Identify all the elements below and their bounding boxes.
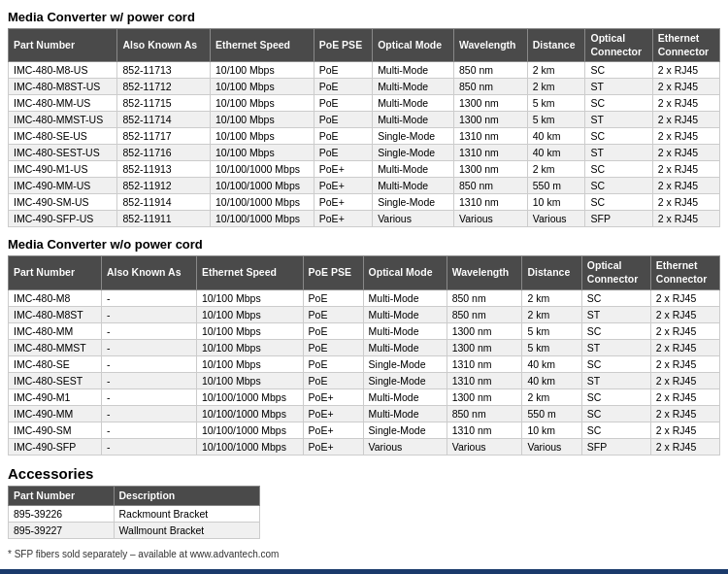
table-cell: 2 x RJ45: [650, 306, 719, 322]
footer-bar: Online Download www.advantech.com/produc…: [0, 569, 728, 574]
table-cell: -: [101, 372, 196, 388]
table-row: IMC-490-MM-10/100/1000 MbpsPoE+Multi-Mod…: [9, 405, 720, 422]
table-cell: 2 x RJ45: [652, 178, 719, 194]
table-cell: IMC-490-SFP: [9, 438, 102, 455]
footnote: * SFP fibers sold separately – available…: [8, 549, 720, 559]
table-cell: 852-11914: [117, 194, 211, 211]
table-cell: SFP: [585, 211, 652, 227]
table-cell: 2 x RJ45: [652, 79, 719, 95]
table-cell: 1310 nm: [453, 194, 527, 211]
table-body-with-power-cord: IMC-480-M8-US852-1171310/100 MbpsPoEMult…: [9, 62, 720, 227]
table-cell: PoE+: [314, 178, 372, 194]
table-cell: 2 x RJ45: [650, 405, 719, 422]
table-cell: 10/100 Mbps: [196, 289, 303, 306]
table-cell: 10/100 Mbps: [210, 112, 314, 128]
table-cell: 1310 nm: [447, 422, 522, 438]
table-cell: IMC-490-M1: [9, 388, 102, 405]
table-cell: 2 km: [522, 306, 581, 322]
table-cell: SC: [585, 128, 652, 145]
table-cell: Multi-Mode: [363, 405, 447, 422]
table-cell: Multi-Mode: [363, 289, 447, 306]
table-cell: PoE+: [303, 422, 363, 438]
table-cell: PoE: [314, 112, 372, 128]
table-cell: 550 m: [527, 178, 585, 194]
table-cell: 10/100 Mbps: [196, 339, 303, 355]
acc-col-description: Description: [114, 486, 259, 506]
table-cell: SC: [585, 178, 652, 194]
table-cell: 2 x RJ45: [650, 355, 719, 372]
table-cell: 2 x RJ45: [650, 289, 719, 306]
table-cell: 2 km: [527, 62, 585, 79]
table-cell: 852-11713: [117, 62, 211, 79]
col-ethernet-speed: Ethernet Speed: [210, 29, 314, 62]
table-cell: SC: [581, 422, 650, 438]
table-cell: 850 nm: [453, 62, 527, 79]
acc-col-part-number: Part Number: [9, 486, 115, 506]
table-cell: 850 nm: [453, 79, 527, 95]
table-cell: IMC-480-SE: [9, 355, 102, 372]
col2-ethernet-connector: EthernetConnector: [650, 256, 719, 289]
table-cell: SC: [585, 194, 652, 211]
table-cell: 10/100 Mbps: [210, 95, 314, 112]
col-optical-mode: Optical Mode: [373, 29, 454, 62]
table-cell: Multi-Mode: [373, 112, 454, 128]
table-row: IMC-480-MM-US852-1171510/100 MbpsPoEMult…: [9, 95, 720, 112]
list-item: 895-39226Rackmount Bracket: [9, 506, 260, 523]
table-cell: PoE+: [314, 211, 372, 227]
table-cell: 895-39226: [9, 506, 115, 523]
table-cell: 1310 nm: [453, 128, 527, 145]
table-cell: 5 km: [527, 95, 585, 112]
col2-distance: Distance: [522, 256, 581, 289]
section-title-without-power-cord: Media Converter w/o power cord: [8, 237, 720, 252]
table-cell: 40 km: [522, 355, 581, 372]
table-cell: -: [101, 422, 196, 438]
table-cell: IMC-490-M1-US: [9, 161, 117, 178]
col2-optical-connector: OpticalConnector: [581, 256, 650, 289]
table-cell: 550 m: [522, 405, 581, 422]
table-cell: -: [101, 355, 196, 372]
table-cell: 5 km: [527, 112, 585, 128]
table-cell: 1310 nm: [447, 372, 522, 388]
table-cell: IMC-480-SEST-US: [9, 145, 117, 161]
table-cell: IMC-490-SM: [9, 422, 102, 438]
table-cell: SC: [581, 355, 650, 372]
table-cell: 2 x RJ45: [650, 438, 719, 455]
table-cell: IMC-490-SM-US: [9, 194, 117, 211]
table-cell: 850 nm: [447, 306, 522, 322]
table-header-row: Part Number Also Known As Ethernet Speed…: [9, 29, 720, 62]
table-cell: 10/100 Mbps: [210, 79, 314, 95]
table-cell: Multi-Mode: [363, 339, 447, 355]
table-row: IMC-480-MMST-US852-1171410/100 MbpsPoEMu…: [9, 112, 720, 128]
table-cell: ST: [585, 112, 652, 128]
table-cell: 2 km: [522, 289, 581, 306]
table-cell: 2 km: [527, 161, 585, 178]
table-cell: 2 x RJ45: [652, 128, 719, 145]
table-cell: 40 km: [522, 372, 581, 388]
table-cell: Various: [447, 438, 522, 455]
table-cell: 10/100 Mbps: [196, 372, 303, 388]
table-row: IMC-480-SEST-US852-1171610/100 MbpsPoESi…: [9, 145, 720, 161]
table-cell: -: [101, 322, 196, 339]
table-cell: 5 km: [522, 339, 581, 355]
table-cell: PoE: [303, 306, 363, 322]
table-cell: Multi-Mode: [373, 161, 454, 178]
table-row: IMC-490-M1-US852-1191310/100/1000 MbpsPo…: [9, 161, 720, 178]
col-distance: Distance: [527, 29, 585, 62]
col2-ethernet-speed: Ethernet Speed: [196, 256, 303, 289]
section-with-power-cord: Media Converter w/ power cord Part Numbe…: [8, 10, 720, 227]
table-row: IMC-490-SM-US852-1191410/100/1000 MbpsPo…: [9, 194, 720, 211]
accessories-header-row: Part Number Description: [9, 486, 260, 506]
table-cell: 1300 nm: [447, 339, 522, 355]
table-with-power-cord: Part Number Also Known As Ethernet Speed…: [8, 28, 720, 227]
table-cell: PoE: [303, 339, 363, 355]
table-cell: Single-Mode: [363, 422, 447, 438]
table-cell: Multi-Mode: [363, 322, 447, 339]
table-cell: SC: [581, 322, 650, 339]
table-row: IMC-490-M1-10/100/1000 MbpsPoE+Multi-Mod…: [9, 388, 720, 405]
table-cell: IMC-480-M8ST: [9, 306, 102, 322]
table-cell: PoE: [303, 372, 363, 388]
table-cell: 2 x RJ45: [652, 211, 719, 227]
table-cell: SC: [585, 95, 652, 112]
table-cell: ST: [581, 372, 650, 388]
col2-wavelength: Wavelength: [447, 256, 522, 289]
